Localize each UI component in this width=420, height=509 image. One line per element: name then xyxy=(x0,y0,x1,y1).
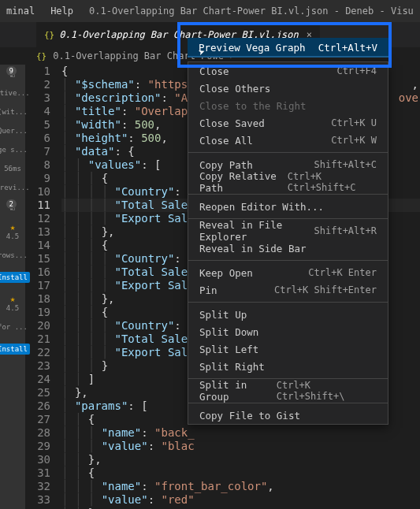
badge: 2 xyxy=(6,199,17,209)
activity-item[interactable]: ge s... xyxy=(0,146,28,154)
json-icon: {} xyxy=(44,30,54,40)
menu-split-up[interactable]: Split Up xyxy=(188,306,388,323)
activity-item[interactable]: 9◧ xyxy=(10,69,15,78)
menu-separator xyxy=(188,194,388,195)
activity-item[interactable]: 2◧ xyxy=(10,202,15,211)
menu-close-right: Close to the Right xyxy=(188,97,388,114)
star-icon: ★ xyxy=(10,222,16,232)
badge: 9 xyxy=(6,66,17,76)
menu-separator xyxy=(188,403,388,403)
menu-reveal-file-explorer[interactable]: Reveal in File ExplorerShift+Alt+R xyxy=(188,222,388,240)
title-bar: minal Help 0.1-Overlapping Bar Chart-Pow… xyxy=(0,0,420,22)
menu-keep-open[interactable]: Keep OpenCtrl+K Enter xyxy=(188,264,388,281)
menu-separator xyxy=(188,260,388,261)
activity-item[interactable]: ★4.5 xyxy=(6,222,19,240)
menu-terminal[interactable]: minal xyxy=(6,6,35,17)
menu-split-right[interactable]: Split Right xyxy=(188,358,388,375)
activity-item[interactable]: rows... xyxy=(0,251,28,259)
menu-close-saved[interactable]: Close SavedCtrl+K U xyxy=(188,114,388,132)
menu-reopen-with[interactable]: Reopen Editor With... xyxy=(188,198,388,215)
window-title: 0.1-Overlapping Bar Chart-Power BI.vl.js… xyxy=(89,6,414,17)
activity-item[interactable]: Quer... xyxy=(0,127,28,135)
activity-item[interactable]: (wit... xyxy=(0,108,28,116)
json-icon: {} xyxy=(36,51,46,61)
activity-item[interactable]: for ... xyxy=(0,323,28,331)
menu-copy-file-to-gist[interactable]: Copy File to Gist xyxy=(188,407,388,424)
menu-split-left[interactable]: Split Left xyxy=(188,340,388,358)
menu-reveal-side-bar[interactable]: Reveal in Side Bar xyxy=(188,240,388,257)
tab-context-menu: CloseCtrl+F4 Close Others Close to the R… xyxy=(188,61,388,425)
preview-label: Preview Vega Graph xyxy=(199,42,305,54)
preview-shortcut: Ctrl+Alt+V xyxy=(318,42,377,54)
activity-bar: 9◧ ctive... (wit... Quer... ge s... 56ms… xyxy=(0,65,25,509)
menu-help[interactable]: Help xyxy=(50,6,73,17)
star-icon: ★ xyxy=(10,294,16,304)
menu-split-down[interactable]: Split Down xyxy=(188,323,388,340)
menu-close[interactable]: CloseCtrl+F4 xyxy=(188,62,388,80)
activity-item[interactable]: 56ms xyxy=(4,165,21,173)
menu-split-in-group[interactable]: Split in GroupCtrl+K Ctrl+Shift+\ xyxy=(188,382,388,399)
menu-close-others[interactable]: Close Others xyxy=(188,80,388,97)
line-gutter: 1234567891011121314151617181920212223242… xyxy=(25,65,61,509)
menu-separator xyxy=(188,152,388,153)
menu-copy-relative-path[interactable]: Copy Relative PathCtrl+K Ctrl+Shift+C xyxy=(188,173,388,191)
menu-separator xyxy=(188,302,388,303)
menu-pin[interactable]: PinCtrl+K Shift+Enter xyxy=(188,281,388,299)
preview-vega-item[interactable]: Preview Vega Graph Ctrl+Alt+V xyxy=(188,38,388,57)
activity-item[interactable]: ★4.5 xyxy=(6,294,19,312)
preview-underline xyxy=(188,56,388,58)
menu-close-all[interactable]: Close AllCtrl+K W xyxy=(188,132,388,149)
